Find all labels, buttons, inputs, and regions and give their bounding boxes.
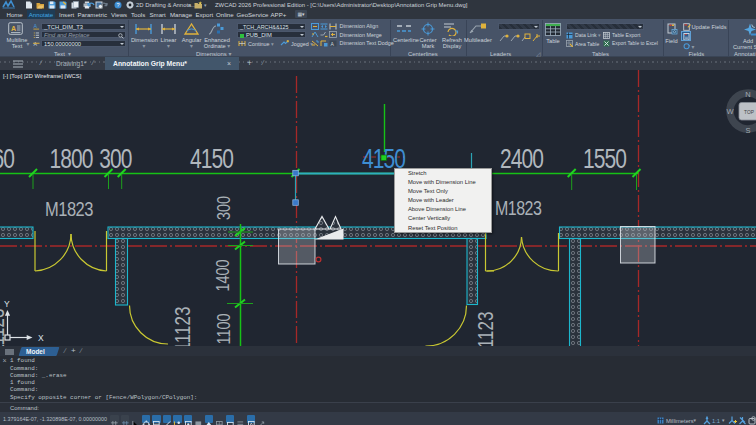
svg-text:60: 60 <box>0 143 14 173</box>
svg-text:2400: 2400 <box>500 143 544 173</box>
svg-text:A: A <box>33 23 37 29</box>
svg-text:N: N <box>745 90 750 99</box>
svg-text:TOP: TOP <box>744 110 754 115</box>
svg-text:M1823: M1823 <box>45 197 93 220</box>
svg-text:1800: 1800 <box>49 143 93 173</box>
svg-text:Y: Y <box>4 299 10 309</box>
svg-text:1400: 1400 <box>212 259 233 291</box>
svg-text:?: ? <box>116 2 119 8</box>
svg-text:300: 300 <box>99 143 132 173</box>
svg-text:S: S <box>745 126 750 135</box>
svg-text:11123: 11123 <box>170 307 195 346</box>
svg-text:M1823: M1823 <box>495 197 542 219</box>
svg-text:1550: 1550 <box>583 143 627 173</box>
svg-text:[-] [Top] [2D Wireframe] [WCS]: [-] [Top] [2D Wireframe] [WCS] <box>3 73 82 79</box>
svg-text:W: W <box>726 107 734 116</box>
svg-text:X: X <box>38 333 44 343</box>
svg-text:A: A <box>11 25 16 32</box>
svg-text:1100: 1100 <box>213 313 234 344</box>
svg-text:11123: 11123 <box>472 312 497 346</box>
svg-text:4150: 4150 <box>190 143 234 173</box>
svg-text:300: 300 <box>213 196 234 220</box>
